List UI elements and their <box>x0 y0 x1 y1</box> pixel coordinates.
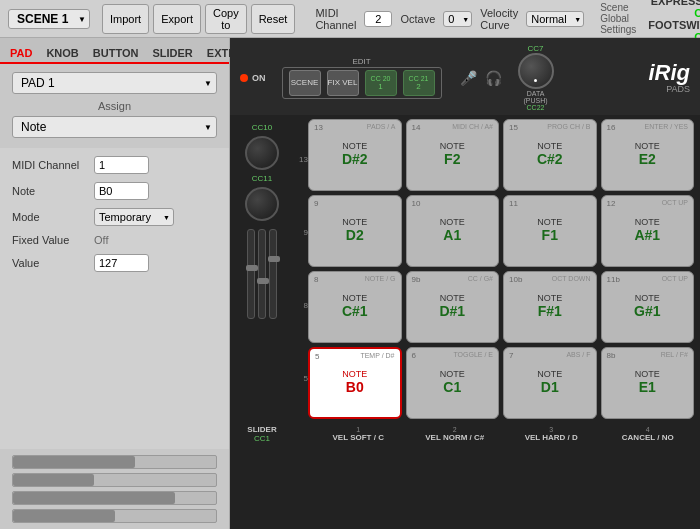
top-bar: SCENE 1 Import Export Copy to Reset MIDI… <box>0 0 700 38</box>
scene-dropdown[interactable]: SCENE 1 <box>8 9 90 29</box>
bottom-main-4: CANCEL / NO <box>602 433 695 442</box>
pad-side-2: MIDI CH / A# <box>452 123 493 130</box>
fixed-value-label: Fixed Value <box>12 234 94 246</box>
bottom-main-1: VEL SOFT / C <box>312 433 405 442</box>
octave-select-wrap[interactable]: 0 <box>443 11 472 27</box>
pad-num-7: 11 <box>509 199 518 208</box>
tab-button[interactable]: BUTTON <box>91 44 141 62</box>
mini-slider-1[interactable] <box>247 229 255 319</box>
pad-cell-6[interactable]: 10NOTEA1 <box>406 195 500 267</box>
pad-cell-10[interactable]: 9bCC / G#NOTED#1 <box>406 271 500 343</box>
data-knob[interactable] <box>518 53 554 89</box>
pad-note-value-3: C#2 <box>537 152 563 167</box>
value-label: Value <box>12 257 94 269</box>
slider-4[interactable] <box>12 509 217 523</box>
pad-cell-16[interactable]: 8bREL / F#NOTEE1 <box>601 347 695 419</box>
pad-cell-1[interactable]: 13PADS / ANOTED#2 <box>308 119 402 191</box>
mini-slider-2[interactable] <box>258 229 266 319</box>
pad-cell-4[interactable]: 16ENTER / YESNOTEE2 <box>601 119 695 191</box>
fix-vel-button[interactable]: FIX VEL <box>327 70 359 96</box>
pad-num-8: 12 <box>607 199 616 208</box>
tab-slider[interactable]: SLIDER <box>150 44 194 62</box>
pad-dropdown-wrap[interactable]: PAD 1 <box>12 72 217 94</box>
edit-group: SCENE FIX VEL CC 20 1 CC 21 2 <box>282 67 442 99</box>
pad-row: PAD 1 <box>12 72 217 94</box>
slider-main-label: SLIDER <box>236 425 288 434</box>
irig-grid-area: CC10 CC11 <box>230 115 700 423</box>
irig-brand: iRig PADS <box>648 62 690 94</box>
midi-channel-label: MIDI Channel <box>315 7 356 31</box>
pad-note-value-8: A#1 <box>634 228 660 243</box>
export-button[interactable]: Export <box>153 4 201 34</box>
scene-button[interactable]: SCENE <box>289 70 321 96</box>
pad-note-value-16: E1 <box>639 380 656 395</box>
pad-dropdown[interactable]: PAD 1 <box>12 72 217 94</box>
pad-cell-8[interactable]: 12OCT UPNOTEA#1 <box>601 195 695 267</box>
velocity-curve-select[interactable]: Normal <box>526 11 584 27</box>
param-fixed-value: Fixed Value Off <box>12 234 217 246</box>
cc20-button[interactable]: CC 20 1 <box>365 70 397 96</box>
assign-dropdown[interactable]: Note <box>12 116 217 138</box>
note-param-label: Note <box>12 185 94 197</box>
pad-side-3: PROG CH / B <box>547 123 590 130</box>
data-label: DATA (PUSH) <box>523 90 547 104</box>
tabs: PAD KNOB BUTTON SLIDER EXTERNAL <box>0 38 229 64</box>
pad-cell-11[interactable]: 10bOCT DOWNNOTEF#1 <box>503 271 597 343</box>
pad-side-8: OCT UP <box>662 199 688 206</box>
pad-cell-12[interactable]: 11bOCT UPNOTEG#1 <box>601 271 695 343</box>
reset-button[interactable]: Reset <box>251 4 296 34</box>
pad-note-value-2: F2 <box>444 152 460 167</box>
pad-side-11: OCT DOWN <box>552 275 591 282</box>
octave-select[interactable]: 0 <box>443 11 472 27</box>
pad-cell-2[interactable]: 14MIDI CH / A#NOTEF2 <box>406 119 500 191</box>
import-button[interactable]: Import <box>102 4 149 34</box>
slider-bottom-label: SLIDER CC1 <box>236 425 288 443</box>
pad-note-value-13: B0 <box>346 380 364 395</box>
pad-num-13: 5 <box>315 352 319 361</box>
velocity-curve-select-wrap[interactable]: Normal <box>526 11 584 27</box>
pad-cell-15[interactable]: 7ABS / FNOTED1 <box>503 347 597 419</box>
pad-cell-3[interactable]: 15PROG CH / BNOTEC#2 <box>503 119 597 191</box>
cc11-label: CC11 <box>252 174 272 183</box>
pad-num-1: 13 <box>314 123 323 132</box>
assign-dropdown-wrap[interactable]: Note <box>12 116 217 138</box>
pad-side-12: OCT UP <box>662 275 688 282</box>
pad-cell-14[interactable]: 6TOGGLE / ENOTEC1 <box>406 347 500 419</box>
mode-select[interactable]: Temporary <box>94 208 174 226</box>
pad-num-6: 10 <box>412 199 421 208</box>
copy-to-button[interactable]: Copy to <box>205 4 247 34</box>
value-input[interactable] <box>94 254 149 272</box>
pad-cell-7[interactable]: 11NOTEF1 <box>503 195 597 267</box>
scene-dropdown-wrap[interactable]: SCENE 1 <box>8 9 90 29</box>
midi-channel-param-input[interactable] <box>94 156 149 174</box>
midi-channel-input[interactable] <box>364 11 392 27</box>
edit-label: EDIT <box>282 57 442 66</box>
assign-label: Assign <box>12 100 217 112</box>
slider-2[interactable] <box>12 473 217 487</box>
pad-cell-13[interactable]: 5TEMP / D#NOTEB0 <box>308 347 402 419</box>
knob-dot <box>534 79 537 82</box>
pad-note-value-5: D2 <box>346 228 364 243</box>
pad-cell-9[interactable]: 8NOTE / GNOTEC#1 <box>308 271 402 343</box>
slider-3[interactable] <box>12 491 217 505</box>
slider-1[interactable] <box>12 455 217 469</box>
knob-cc11[interactable] <box>245 187 279 221</box>
pad-grid: 13PADS / ANOTED#214MIDI CH / A#NOTEF215P… <box>308 119 694 419</box>
cc21-button[interactable]: CC 21 2 <box>403 70 435 96</box>
irig-body: ON EDIT SCENE FIX VEL CC 20 1 <box>230 38 700 529</box>
fixed-value-value: Off <box>94 234 108 246</box>
pad-grid-wrapper: 13 9 8 5 13PADS / ANOTED#214MIDI CH / A#… <box>292 119 694 419</box>
params-section: MIDI Channel Note Mode Temporary Fixed V… <box>0 148 229 449</box>
note-param-input[interactable] <box>94 182 149 200</box>
param-midi-channel: MIDI Channel <box>12 156 217 174</box>
tab-knob[interactable]: KNOB <box>44 44 80 62</box>
tab-pad[interactable]: PAD <box>8 44 34 64</box>
mode-select-wrap[interactable]: Temporary <box>94 208 174 226</box>
pad-side-16: REL / F# <box>661 351 688 358</box>
mini-slider-3[interactable] <box>269 229 277 319</box>
param-mode: Mode Temporary <box>12 208 217 226</box>
param-value: Value <box>12 254 217 272</box>
knob-cc10[interactable] <box>245 136 279 170</box>
pad-cell-5[interactable]: 9NOTED2 <box>308 195 402 267</box>
left-panel: PAD KNOB BUTTON SLIDER EXTERNAL PAD 1 As… <box>0 38 230 529</box>
